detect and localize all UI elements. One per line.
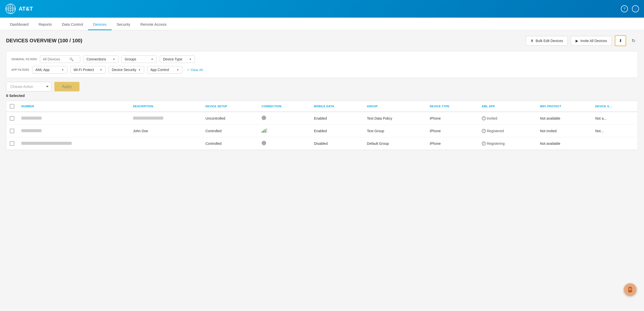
table-header: NUMBER DESCRIPTION DEVICE SETUP CONNECTI…: [6, 101, 638, 112]
row2-aml-status: Registered: [487, 129, 504, 133]
col-wifi-protect[interactable]: WIFI PROTECT: [536, 101, 592, 112]
row2-aml-icon: ? Registered: [482, 129, 504, 133]
row3-description: [130, 137, 202, 150]
row1-mobile-data: Enabled: [310, 112, 364, 125]
col-device-security[interactable]: DEVICE S...: [592, 101, 638, 112]
wifi-protect-dropdown[interactable]: Wi-Fi Protect ▼: [70, 66, 106, 74]
col-number[interactable]: NUMBER: [18, 101, 130, 112]
device-security-dropdown[interactable]: Device Security ▼: [109, 66, 144, 74]
page-title: DEVICES OVERVIEW (100 / 100): [6, 38, 526, 44]
header-icons: ? 👤: [621, 5, 639, 12]
row3-aml-status: Registering: [487, 142, 505, 146]
row1-question-icon: ?: [482, 116, 486, 120]
row1-device-setup: Uncontrolled: [202, 112, 258, 125]
help-icon[interactable]: ?: [621, 5, 628, 12]
row3-number-redacted: [21, 142, 72, 145]
row2-wifi-protect: Not invited: [536, 125, 592, 137]
row3-mobile-data: Disabled: [310, 137, 364, 150]
search-input[interactable]: [43, 57, 68, 61]
download-button[interactable]: ⬇: [615, 35, 626, 46]
apply-button[interactable]: Apply: [54, 82, 79, 91]
connections-dropdown[interactable]: Connections ▼: [83, 55, 118, 63]
device-type-dropdown[interactable]: Device Type ▼: [160, 55, 195, 63]
row2-connection: [258, 125, 310, 137]
row3-connection-dot: [262, 141, 266, 145]
connections-label: Connections: [87, 57, 106, 61]
row2-device-setup: Controlled: [202, 125, 258, 137]
col-mobile-data[interactable]: MOBILE DATA: [310, 101, 364, 112]
nav-data-control[interactable]: Data Control: [57, 19, 88, 30]
brand-name: AT&T: [19, 6, 33, 12]
row1-connection: [258, 112, 310, 125]
row3-group: Default Group: [364, 137, 426, 150]
row3-aml-icon: ? Registering: [482, 142, 505, 146]
row2-question-icon: ?: [482, 129, 486, 133]
row2-description: John Doe: [130, 125, 202, 137]
row2-number-redacted: [21, 129, 42, 132]
search-box[interactable]: 🔍: [40, 55, 80, 63]
nav-remote-access[interactable]: Remote Access: [135, 19, 172, 30]
app-control-dropdown[interactable]: App Control ▼: [147, 66, 182, 74]
row3-checkbox-cell: [6, 137, 18, 150]
general-filters-row: GENERAL FILTERS 🔍 Connections ▼ Groups ▼…: [11, 55, 633, 63]
col-connection[interactable]: CONNECTION: [258, 101, 310, 112]
row1-description-redacted: [133, 117, 163, 120]
col-aml-app[interactable]: AML APP: [478, 101, 536, 112]
app-control-label: App Control: [150, 68, 169, 72]
selected-label: Selected: [9, 93, 25, 98]
row3-checkbox[interactable]: [10, 141, 14, 146]
groups-dropdown[interactable]: Groups ▼: [122, 55, 157, 63]
col-device-setup[interactable]: DEVICE SETUP: [202, 101, 258, 112]
send-icon: ▶: [576, 39, 578, 43]
table-row: Controlled Disabled Default Group iPhone…: [6, 137, 638, 150]
row2-device-type: iPhone: [426, 125, 478, 137]
selected-count: 0 Selected: [6, 93, 638, 98]
chatbot-button[interactable]: [624, 283, 636, 296]
row3-wifi-protect: Not available: [536, 137, 592, 150]
row2-checkbox[interactable]: [10, 129, 14, 133]
nav-dashboard[interactable]: Dashboard: [5, 19, 33, 30]
row1-group: Test Data Policy: [364, 112, 426, 125]
choose-action-select[interactable]: Choose Action: [6, 82, 51, 91]
row1-aml-app: ? Invited: [478, 112, 536, 125]
row1-connection-dot: [262, 116, 266, 120]
row3-aml-app: ? Registering: [478, 137, 536, 150]
aml-app-dropdown[interactable]: AML App ▼: [32, 66, 67, 74]
row2-group: Test Group: [364, 125, 426, 137]
chevron-down-icon: ▼: [189, 58, 192, 61]
search-icon: 🔍: [69, 57, 73, 61]
row1-checkbox[interactable]: [10, 116, 14, 121]
app-header: AT&T ? 👤: [0, 0, 644, 18]
row1-wifi-protect: Not available: [536, 112, 592, 125]
row1-aml-status: Invited: [487, 116, 497, 120]
row1-checkbox-cell: [6, 112, 18, 125]
logo-area: AT&T: [5, 3, 50, 14]
refresh-button[interactable]: ↻: [629, 36, 638, 46]
col-checkbox: [6, 101, 18, 112]
app-filters-row: APP FILTERS AML App ▼ Wi-Fi Protect ▼ De…: [11, 66, 633, 74]
nav-reports[interactable]: Reports: [33, 19, 57, 30]
select-all-checkbox[interactable]: [10, 104, 14, 109]
user-icon[interactable]: 👤: [632, 5, 639, 12]
wifi-protect-label: Wi-Fi Protect: [74, 68, 94, 72]
clear-all-button[interactable]: ✓ Clear All: [185, 66, 204, 73]
att-globe-icon: [5, 3, 16, 14]
row3-connection: [258, 137, 310, 150]
row1-number: [18, 112, 130, 125]
device-security-label: Device Security: [112, 68, 136, 72]
row2-mobile-data: Enabled: [310, 125, 364, 137]
row2-device-security: Not...: [592, 125, 638, 137]
invite-all-button[interactable]: ▶ Invite All Devices: [571, 36, 612, 46]
col-device-type[interactable]: DEVICE TYPE: [426, 101, 478, 112]
signal-bar-4: [266, 128, 267, 133]
nav-security[interactable]: Security: [112, 19, 135, 30]
chevron-down-icon: ▼: [100, 68, 102, 71]
svg-point-11: [629, 288, 630, 289]
row3-question-icon: ?: [482, 142, 486, 146]
bulk-edit-button[interactable]: ⬆ Bulk Edit Devices: [526, 36, 568, 46]
col-group[interactable]: GROUP: [364, 101, 426, 112]
col-description[interactable]: DESCRIPTION: [130, 101, 202, 112]
row1-device-security: Not a...: [592, 112, 638, 125]
nav-devices[interactable]: Devices: [88, 19, 111, 30]
chevron-down-icon: ▼: [62, 68, 64, 71]
